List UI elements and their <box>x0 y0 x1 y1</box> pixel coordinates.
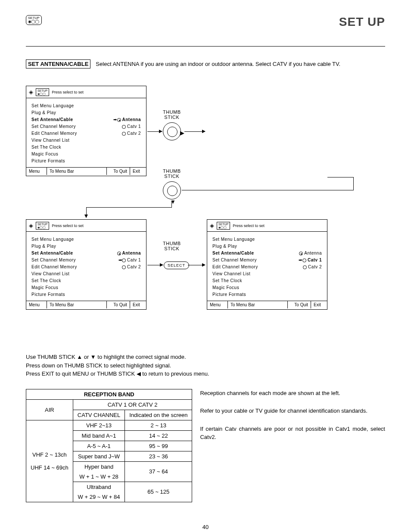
thumb-stick-label-1: THUMBSTICK <box>163 109 181 120</box>
arrow-4a <box>147 265 163 265</box>
conn-2c <box>182 190 354 190</box>
instructions: Use THUMB STICK ▲ or ▼ to highlight the … <box>26 353 385 378</box>
section-description: Select ANTENNA if you are using an indoo… <box>96 61 340 67</box>
screen-3: ◈SETUP◉◯◯Press select to set Set Menu La… <box>26 219 146 310</box>
setup-icon: SETUP◉◯◯ <box>26 15 42 25</box>
section-heading: SET ANTENNA/CABLE Select ANTENNA if you … <box>26 59 385 68</box>
arrow-4b <box>188 265 205 265</box>
conn-3b <box>86 207 172 208</box>
screen-2: ◈SETUP◉◯◯Press select to set Set Menu La… <box>26 86 146 176</box>
conn-3c <box>86 207 87 218</box>
thumb-stick-icon <box>163 122 181 140</box>
page-number: 40 <box>26 524 385 530</box>
page-title: SET UP <box>339 15 385 29</box>
arrow-1b <box>184 131 205 132</box>
reception-section: RECEPTION BAND AIRCATV 1 OR CATV 2 CATV … <box>26 389 385 502</box>
section-label: SET ANTENNA/CABLE <box>26 59 90 68</box>
conn-2b <box>353 177 354 190</box>
thumb-stick-label-2: THUMBSTICK <box>163 168 181 179</box>
reception-table: RECEPTION BAND AIRCATV 1 OR CATV 2 CATV … <box>26 389 192 502</box>
arrow-1a <box>147 131 162 132</box>
conn-2a <box>327 177 353 177</box>
page-header: SETUP◉◯◯ SET UP <box>26 15 385 29</box>
reception-notes: Reception channels for each mode are sho… <box>200 389 385 451</box>
flow-diagram: ◈ SETUP◉◯◯ CUSTOMIZE▣ VIDEO▭ AUDIO◎ THEA… <box>26 86 386 340</box>
thumb-stick-icon-2 <box>163 181 181 199</box>
conn-3a <box>171 201 172 207</box>
screen-4: ◈SETUP◉◯◯Press select to set Set Menu La… <box>207 219 327 310</box>
thumb-stick-label-3: THUMBSTICK <box>163 241 181 251</box>
select-button: SELECT <box>164 261 189 269</box>
